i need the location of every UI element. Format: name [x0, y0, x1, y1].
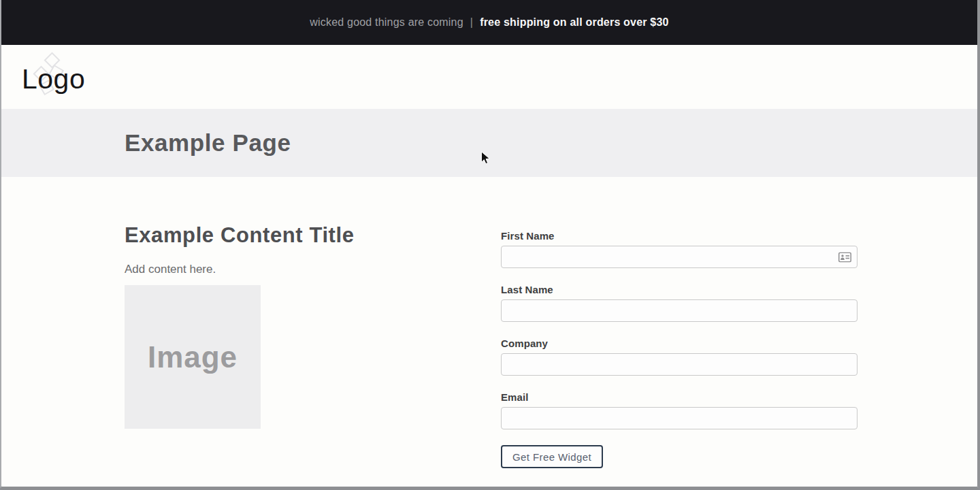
promo-banner-muted-text: wicked good things are coming [310, 16, 463, 29]
first-name-input[interactable] [501, 246, 858, 268]
email-field-group: Email [501, 391, 858, 429]
main-content: Example Content Title Add content here. … [1, 177, 977, 487]
image-placeholder: Image [125, 285, 261, 429]
promo-banner-separator: | [470, 16, 473, 29]
email-input[interactable] [501, 407, 858, 429]
site-header: Logo [1, 45, 977, 109]
image-placeholder-label: Image [148, 340, 238, 374]
content-body-text: Add content here. [125, 263, 216, 276]
company-label: Company [501, 338, 858, 349]
logo[interactable]: Logo [22, 60, 85, 98]
last-name-label: Last Name [501, 284, 858, 295]
lead-capture-form: First Name Last Name [501, 230, 858, 468]
promo-banner-bold-text: free shipping on all orders over $30 [480, 16, 669, 29]
page-title-band: Example Page [1, 109, 977, 177]
promo-banner: wicked good things are coming | free shi… [1, 0, 977, 45]
first-name-label: First Name [501, 230, 858, 242]
email-label: Email [501, 391, 858, 403]
contact-card-autofill-icon[interactable] [838, 252, 851, 262]
browser-viewport: wicked good things are coming | free shi… [0, 0, 980, 490]
company-input[interactable] [501, 353, 858, 376]
page-title: Example Page [125, 129, 291, 157]
last-name-input[interactable] [501, 299, 858, 322]
get-free-widget-button[interactable]: Get Free Widget [501, 445, 603, 468]
company-field-group: Company [501, 338, 858, 376]
content-title: Example Content Title [125, 223, 355, 248]
first-name-field-group: First Name [501, 230, 858, 268]
last-name-field-group: Last Name [501, 284, 858, 322]
logo-text[interactable]: Logo [22, 60, 85, 98]
